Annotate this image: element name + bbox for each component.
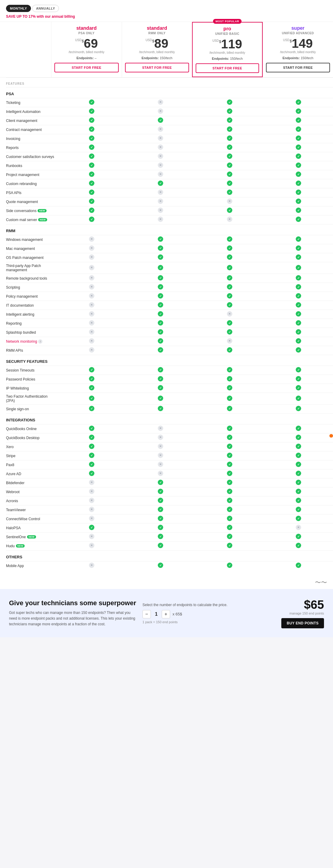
price-desc-2: /tech/month, billed monthly bbox=[195, 51, 259, 54]
x-icon bbox=[158, 198, 163, 204]
feature-row: Acronis bbox=[6, 496, 333, 505]
feature-cell-3 bbox=[264, 319, 333, 328]
feature-cell-2 bbox=[195, 253, 264, 262]
check-icon bbox=[296, 118, 301, 123]
plan-tier-super: UNIFIED ADVANCED bbox=[266, 32, 330, 35]
check-icon bbox=[89, 99, 94, 105]
bottom-middle: Select the number of endpoints to calcul… bbox=[143, 603, 270, 624]
check-icon bbox=[296, 562, 301, 568]
annually-toggle[interactable]: ANNUALLY bbox=[32, 5, 59, 12]
feature-cell-3 bbox=[264, 532, 333, 541]
feature-cell-1 bbox=[126, 375, 195, 383]
check-icon bbox=[158, 367, 163, 372]
monthly-toggle[interactable]: MONTHLY bbox=[6, 5, 31, 12]
x-icon bbox=[89, 347, 94, 352]
cta-2[interactable]: START FOR FREE bbox=[195, 63, 259, 73]
wavy-divider: 〜〜 bbox=[0, 576, 333, 589]
feature-cell-0 bbox=[57, 496, 126, 505]
integrations-section-header-row: INTEGRATIONS bbox=[6, 413, 333, 424]
feature-cell-1 bbox=[126, 152, 195, 161]
billing-section: MONTHLY ANNUALLY SAVE UP TO 17% with our… bbox=[0, 0, 333, 22]
feature-cell-0 bbox=[57, 253, 126, 262]
check-icon bbox=[296, 338, 301, 344]
feature-cell-0 bbox=[57, 319, 126, 328]
check-icon bbox=[296, 396, 301, 401]
check-icon bbox=[296, 347, 301, 352]
check-icon bbox=[227, 525, 232, 530]
rmm-section-header-row: RMM bbox=[6, 224, 333, 235]
check-icon bbox=[227, 118, 232, 123]
endpoints-0: Endpoints: – bbox=[54, 56, 119, 60]
feature-row: Windows management bbox=[6, 235, 333, 244]
feature-name: Customer satisfaction surveys bbox=[6, 153, 57, 160]
x-icon bbox=[89, 302, 94, 308]
feature-cell-2 bbox=[195, 384, 264, 393]
check-icon bbox=[296, 385, 301, 391]
feature-row: Stripe bbox=[6, 451, 333, 460]
check-icon bbox=[227, 489, 232, 494]
check-icon bbox=[296, 145, 301, 150]
check-icon bbox=[89, 189, 94, 195]
feature-cell-0 bbox=[57, 107, 126, 116]
feature-cell-1 bbox=[126, 134, 195, 143]
feature-row: Invoicing bbox=[6, 134, 333, 143]
feature-row: Scripting bbox=[6, 283, 333, 292]
x-icon bbox=[158, 108, 163, 114]
check-icon bbox=[89, 385, 94, 391]
check-icon bbox=[296, 435, 301, 440]
x-icon bbox=[158, 444, 163, 449]
x-icon bbox=[89, 498, 94, 503]
feature-cell-0 bbox=[57, 116, 126, 125]
endpoints-2: Endpoints: 150/tech bbox=[195, 57, 259, 60]
feature-cell-3 bbox=[264, 375, 333, 383]
feature-cell-2 bbox=[195, 496, 264, 505]
info-icon[interactable]: i bbox=[38, 339, 42, 344]
feature-cell-2 bbox=[195, 292, 264, 301]
feature-cell-2 bbox=[195, 524, 264, 532]
buy-button[interactable]: BUY END POINTS bbox=[281, 618, 324, 628]
plan-standard-psa: standard PSA ONLY USD $ 69 /tech/month, … bbox=[51, 22, 122, 77]
feature-cell-2 bbox=[195, 460, 264, 469]
feature-name: Mobile App bbox=[6, 562, 57, 569]
check-icon bbox=[296, 108, 301, 114]
feature-name: PSA APIs bbox=[6, 189, 57, 196]
check-icon bbox=[296, 284, 301, 289]
cta-3[interactable]: START FOR FREE bbox=[266, 63, 330, 72]
cta-0[interactable]: START FOR FREE bbox=[54, 63, 119, 72]
price-amount-2: 119 bbox=[221, 38, 242, 51]
check-icon bbox=[158, 302, 163, 308]
check-icon bbox=[227, 126, 232, 132]
check-icon bbox=[227, 208, 232, 213]
check-icon bbox=[158, 118, 163, 123]
check-icon bbox=[296, 172, 301, 177]
check-icon bbox=[89, 453, 94, 458]
check-icon bbox=[89, 108, 94, 114]
feature-cell-0 bbox=[57, 442, 126, 451]
feature-cell-0 bbox=[57, 433, 126, 442]
check-icon bbox=[296, 311, 301, 316]
feature-cell-1 bbox=[126, 460, 195, 469]
x-icon bbox=[89, 236, 94, 242]
x-icon bbox=[89, 284, 94, 289]
check-icon bbox=[296, 181, 301, 186]
feature-name: Scripting bbox=[6, 284, 57, 291]
plan-name-super: super bbox=[266, 26, 330, 31]
check-icon bbox=[296, 406, 301, 411]
feature-cell-1 bbox=[126, 346, 195, 355]
check-icon bbox=[296, 471, 301, 476]
feature-cell-3 bbox=[264, 433, 333, 442]
cta-1[interactable]: START FOR FREE bbox=[125, 63, 189, 72]
feature-cell-3 bbox=[264, 310, 333, 319]
x-icon bbox=[158, 126, 163, 132]
feature-cell-2 bbox=[195, 328, 264, 337]
stepper-minus[interactable]: − bbox=[143, 610, 151, 618]
feature-cell-1 bbox=[126, 283, 195, 292]
x-icon bbox=[158, 145, 163, 150]
plan-name-pro: pro bbox=[195, 26, 259, 32]
feature-name: Invoicing bbox=[6, 135, 57, 142]
check-icon bbox=[296, 462, 301, 467]
stepper-plus[interactable]: + bbox=[162, 610, 170, 618]
feature-name: Runbooks bbox=[6, 162, 57, 169]
feature-cell-0 bbox=[57, 346, 126, 355]
security-section-header: SECURITY FEATURES bbox=[6, 355, 57, 366]
